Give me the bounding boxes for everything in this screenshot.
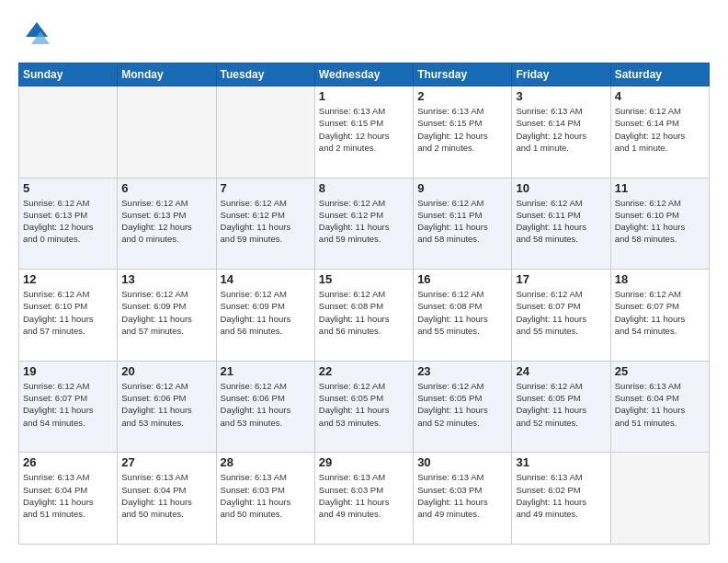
day-info: Sunrise: 6:12 AM Sunset: 6:05 PM Dayligh… — [417, 380, 507, 429]
calendar-cell: 30Sunrise: 6:13 AM Sunset: 6:03 PM Dayli… — [414, 453, 512, 545]
calendar-cell: 27Sunrise: 6:13 AM Sunset: 6:04 PM Dayli… — [118, 453, 216, 545]
calendar-cell: 12Sunrise: 6:12 AM Sunset: 6:10 PM Dayli… — [19, 270, 118, 362]
day-number: 6 — [121, 181, 211, 195]
calendar-cell: 31Sunrise: 6:13 AM Sunset: 6:02 PM Dayli… — [512, 453, 610, 545]
calendar-week-row: 5Sunrise: 6:12 AM Sunset: 6:13 PM Daylig… — [19, 178, 710, 270]
day-number: 21 — [221, 364, 311, 378]
day-info: Sunrise: 6:12 AM Sunset: 6:11 PM Dayligh… — [516, 197, 606, 246]
day-number: 5 — [23, 181, 113, 195]
day-number: 7 — [221, 181, 311, 195]
day-number: 26 — [23, 455, 113, 469]
calendar-cell: 16Sunrise: 6:12 AM Sunset: 6:08 PM Dayli… — [414, 270, 512, 362]
day-info: Sunrise: 6:13 AM Sunset: 6:03 PM Dayligh… — [319, 471, 409, 520]
calendar-week-row: 26Sunrise: 6:13 AM Sunset: 6:04 PM Dayli… — [19, 453, 710, 545]
day-number: 20 — [121, 364, 211, 378]
day-info: Sunrise: 6:13 AM Sunset: 6:04 PM Dayligh… — [615, 380, 705, 429]
day-number: 14 — [221, 272, 311, 286]
weekday-header-row: SundayMondayTuesdayWednesdayThursdayFrid… — [19, 63, 710, 86]
calendar-cell: 11Sunrise: 6:12 AM Sunset: 6:10 PM Dayli… — [610, 178, 709, 270]
calendar-cell: 19Sunrise: 6:12 AM Sunset: 6:07 PM Dayli… — [19, 361, 118, 453]
day-info: Sunrise: 6:12 AM Sunset: 6:12 PM Dayligh… — [221, 197, 311, 246]
day-info: Sunrise: 6:12 AM Sunset: 6:09 PM Dayligh… — [121, 288, 211, 337]
day-number: 18 — [615, 272, 705, 286]
day-info: Sunrise: 6:12 AM Sunset: 6:08 PM Dayligh… — [319, 288, 409, 337]
calendar-cell — [610, 453, 709, 545]
weekday-header-monday: Monday — [118, 63, 216, 86]
calendar-cell: 20Sunrise: 6:12 AM Sunset: 6:06 PM Dayli… — [118, 361, 216, 453]
calendar-cell: 7Sunrise: 6:12 AM Sunset: 6:12 PM Daylig… — [216, 178, 314, 270]
day-info: Sunrise: 6:12 AM Sunset: 6:07 PM Dayligh… — [23, 380, 113, 429]
calendar-cell: 3Sunrise: 6:13 AM Sunset: 6:14 PM Daylig… — [512, 86, 610, 178]
calendar-week-row: 12Sunrise: 6:12 AM Sunset: 6:10 PM Dayli… — [19, 270, 710, 362]
day-info: Sunrise: 6:12 AM Sunset: 6:10 PM Dayligh… — [615, 197, 705, 246]
day-number: 10 — [516, 181, 606, 195]
day-number: 31 — [516, 455, 606, 469]
day-info: Sunrise: 6:13 AM Sunset: 6:04 PM Dayligh… — [121, 471, 211, 520]
calendar-cell: 14Sunrise: 6:12 AM Sunset: 6:09 PM Dayli… — [216, 270, 314, 362]
svg-marker-0 — [26, 22, 48, 37]
page: SundayMondayTuesdayWednesdayThursdayFrid… — [0, 0, 728, 563]
day-number: 25 — [615, 364, 705, 378]
day-info: Sunrise: 6:12 AM Sunset: 6:08 PM Dayligh… — [417, 288, 507, 337]
day-info: Sunrise: 6:12 AM Sunset: 6:07 PM Dayligh… — [615, 288, 705, 337]
calendar-cell: 22Sunrise: 6:12 AM Sunset: 6:05 PM Dayli… — [314, 361, 413, 453]
calendar-cell: 24Sunrise: 6:12 AM Sunset: 6:05 PM Dayli… — [512, 361, 610, 453]
day-info: Sunrise: 6:12 AM Sunset: 6:13 PM Dayligh… — [23, 197, 113, 246]
day-info: Sunrise: 6:13 AM Sunset: 6:02 PM Dayligh… — [516, 471, 606, 520]
day-number: 28 — [221, 455, 311, 469]
day-info: Sunrise: 6:12 AM Sunset: 6:10 PM Dayligh… — [23, 288, 113, 337]
calendar-cell: 10Sunrise: 6:12 AM Sunset: 6:11 PM Dayli… — [512, 178, 610, 270]
day-number: 16 — [417, 272, 507, 286]
day-number: 11 — [615, 181, 705, 195]
calendar-cell: 4Sunrise: 6:12 AM Sunset: 6:14 PM Daylig… — [610, 86, 709, 178]
day-number: 29 — [319, 455, 409, 469]
day-info: Sunrise: 6:12 AM Sunset: 6:14 PM Dayligh… — [615, 105, 705, 154]
day-info: Sunrise: 6:13 AM Sunset: 6:14 PM Dayligh… — [516, 105, 606, 154]
calendar-cell — [118, 86, 216, 178]
logo-icon — [18, 18, 51, 52]
calendar-cell: 21Sunrise: 6:12 AM Sunset: 6:06 PM Dayli… — [216, 361, 314, 453]
day-info: Sunrise: 6:13 AM Sunset: 6:03 PM Dayligh… — [221, 471, 311, 520]
logo — [18, 18, 55, 52]
calendar-cell: 18Sunrise: 6:12 AM Sunset: 6:07 PM Dayli… — [610, 270, 709, 362]
day-info: Sunrise: 6:12 AM Sunset: 6:09 PM Dayligh… — [221, 288, 311, 337]
day-number: 3 — [516, 89, 606, 103]
calendar-cell: 25Sunrise: 6:13 AM Sunset: 6:04 PM Dayli… — [610, 361, 709, 453]
day-number: 9 — [417, 181, 507, 195]
day-number: 12 — [23, 272, 113, 286]
header — [18, 18, 710, 52]
day-info: Sunrise: 6:12 AM Sunset: 6:11 PM Dayligh… — [417, 197, 507, 246]
day-number: 13 — [121, 272, 211, 286]
day-number: 2 — [417, 89, 507, 103]
calendar-cell: 5Sunrise: 6:12 AM Sunset: 6:13 PM Daylig… — [19, 178, 118, 270]
day-number: 19 — [23, 364, 113, 378]
calendar-cell: 26Sunrise: 6:13 AM Sunset: 6:04 PM Dayli… — [19, 453, 118, 545]
calendar-cell: 6Sunrise: 6:12 AM Sunset: 6:13 PM Daylig… — [118, 178, 216, 270]
day-info: Sunrise: 6:12 AM Sunset: 6:07 PM Dayligh… — [516, 288, 606, 337]
calendar-cell: 28Sunrise: 6:13 AM Sunset: 6:03 PM Dayli… — [216, 453, 314, 545]
calendar-cell: 9Sunrise: 6:12 AM Sunset: 6:11 PM Daylig… — [414, 178, 512, 270]
weekday-header-saturday: Saturday — [610, 63, 709, 86]
calendar-cell — [19, 86, 118, 178]
calendar-cell — [216, 86, 314, 178]
weekday-header-wednesday: Wednesday — [314, 63, 413, 86]
day-number: 15 — [319, 272, 409, 286]
day-number: 22 — [319, 364, 409, 378]
day-number: 4 — [615, 89, 705, 103]
day-info: Sunrise: 6:13 AM Sunset: 6:15 PM Dayligh… — [417, 105, 507, 154]
calendar-cell: 29Sunrise: 6:13 AM Sunset: 6:03 PM Dayli… — [314, 453, 413, 545]
day-number: 1 — [319, 89, 409, 103]
calendar-cell: 23Sunrise: 6:12 AM Sunset: 6:05 PM Dayli… — [414, 361, 512, 453]
day-info: Sunrise: 6:13 AM Sunset: 6:15 PM Dayligh… — [319, 105, 409, 154]
calendar-week-row: 1Sunrise: 6:13 AM Sunset: 6:15 PM Daylig… — [19, 86, 710, 178]
calendar-cell: 13Sunrise: 6:12 AM Sunset: 6:09 PM Dayli… — [118, 270, 216, 362]
day-number: 27 — [121, 455, 211, 469]
day-number: 23 — [417, 364, 507, 378]
day-number: 24 — [516, 364, 606, 378]
day-info: Sunrise: 6:12 AM Sunset: 6:06 PM Dayligh… — [221, 380, 311, 429]
day-number: 17 — [516, 272, 606, 286]
day-info: Sunrise: 6:12 AM Sunset: 6:06 PM Dayligh… — [121, 380, 211, 429]
day-info: Sunrise: 6:12 AM Sunset: 6:05 PM Dayligh… — [516, 380, 606, 429]
calendar-week-row: 19Sunrise: 6:12 AM Sunset: 6:07 PM Dayli… — [19, 361, 710, 453]
calendar-cell: 2Sunrise: 6:13 AM Sunset: 6:15 PM Daylig… — [414, 86, 512, 178]
